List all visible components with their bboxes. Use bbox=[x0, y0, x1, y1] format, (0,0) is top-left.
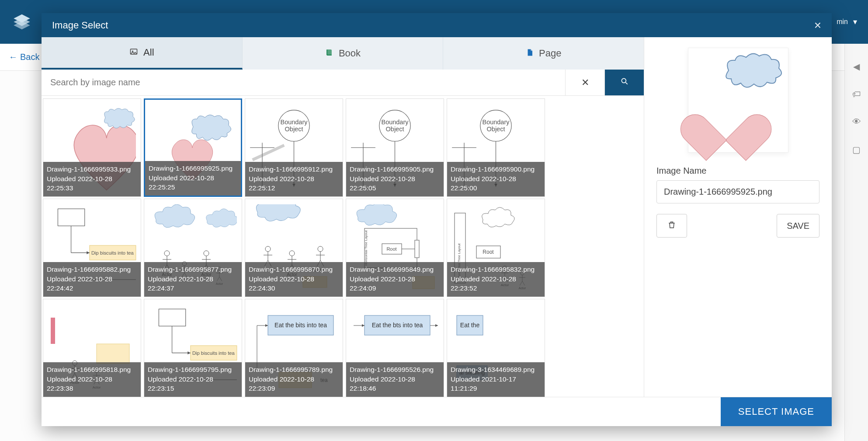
delete-button[interactable] bbox=[656, 214, 687, 238]
image-thumbnail[interactable]: Eat theal stealingDrawing-3-1634469689.p… bbox=[447, 299, 545, 397]
thumbnail-caption: Drawing-1-1666995905.pngUploaded 2022-10… bbox=[346, 162, 444, 196]
thumbnail-caption: Drawing-1-1666995795.pngUploaded 2022-10… bbox=[144, 362, 242, 397]
right-toolstrip: ◀ 🏷 👁 ▢ bbox=[844, 44, 868, 441]
thumbnail-filename: Drawing-1-1666995832.png bbox=[451, 265, 541, 274]
thumbnail-uploaded: Uploaded 2022-10-28 22:18:46 bbox=[350, 374, 440, 393]
thumbnail-filename: Drawing-1-1666995905.png bbox=[350, 164, 440, 174]
svg-text:Horizontal Tree Layout: Horizontal Tree Layout bbox=[364, 230, 368, 265]
thumbnail-uploaded: Uploaded 2022-10-28 22:23:38 bbox=[47, 374, 137, 393]
image-thumbnail[interactable]: Drawing-1-1666995925.pngUploaded 2022-10… bbox=[144, 98, 242, 197]
thumbnail-caption: Drawing-3-1634469689.pngUploaded 2021-10… bbox=[447, 362, 545, 397]
thumbnail-uploaded: Uploaded 2022-10-28 22:23:52 bbox=[451, 274, 541, 293]
thumbnail-uploaded: Uploaded 2022-10-28 22:24:30 bbox=[249, 274, 339, 293]
svg-rect-100 bbox=[97, 344, 129, 364]
image-thumbnail[interactable]: Horizontal Tree LayoutRootDrawing-1-1666… bbox=[346, 199, 444, 297]
thumbnail-uploaded: Uploaded 2022-10-28 22:25:33 bbox=[47, 174, 137, 193]
tab-page[interactable]: Page bbox=[443, 37, 644, 70]
tab-label: Page bbox=[539, 48, 561, 59]
details-panel: Image Name SAVE bbox=[644, 37, 832, 397]
thumbnail-caption: Drawing-1-1666995870.pngUploaded 2022-10… bbox=[245, 262, 343, 297]
thumbnail-caption: Drawing-1-1666995925.pngUploaded 2022-10… bbox=[145, 161, 241, 196]
svg-rect-99 bbox=[51, 318, 55, 344]
save-button[interactable]: SAVE bbox=[777, 214, 819, 238]
svg-rect-5 bbox=[327, 49, 332, 55]
search-input[interactable] bbox=[42, 70, 565, 95]
thumbnail-filename: Drawing-3-1634469689.png bbox=[451, 365, 541, 374]
thumbnail-caption: Drawing-1-1666995882.pngUploaded 2022-10… bbox=[43, 262, 141, 297]
image-thumbnail[interactable]: Horizontal Tree LayoutRootActorActorDraw… bbox=[447, 199, 545, 297]
image-thumbnail[interactable]: BoundaryObjectDrawing-1-1666995912.pngUp… bbox=[245, 98, 343, 197]
search-row: ✕ bbox=[42, 70, 644, 96]
close-icon[interactable]: × bbox=[814, 19, 821, 32]
close-icon: ✕ bbox=[581, 77, 589, 88]
svg-point-63 bbox=[289, 251, 295, 256]
image-thumbnail[interactable]: Eat the bits into teateaDrawing-1-166699… bbox=[245, 299, 343, 397]
tab-label: All bbox=[143, 47, 154, 58]
select-image-button[interactable]: SELECT IMAGE bbox=[721, 397, 832, 426]
image-thumbnail[interactable]: Eat the bts into teaDrawing-1-1666995526… bbox=[346, 299, 444, 397]
image-thumbnail[interactable]: ActorActorActorActorDrawing-1-1666995877… bbox=[144, 199, 242, 297]
thumbnail-uploaded: Uploaded 2022-10-28 22:24:09 bbox=[350, 274, 440, 293]
image-thumbnail[interactable]: ActorActorDrawing-1-1666995818.pngUpload… bbox=[43, 299, 141, 397]
chevron-left-icon[interactable]: ◀ bbox=[853, 61, 860, 72]
image-thumbnail[interactable]: Dip biscuits into teaDrawing-1-166699588… bbox=[43, 199, 141, 297]
image-name-field[interactable] bbox=[656, 180, 819, 203]
images-icon bbox=[129, 47, 138, 58]
thumbnail-filename: Drawing-1-1666995870.png bbox=[249, 265, 339, 274]
arrow-left-icon: ← bbox=[9, 52, 17, 62]
image-thumbnail[interactable]: BoundaryObjectDrawing-1-1666995905.pngUp… bbox=[346, 98, 444, 197]
image-thumbnail[interactable]: ActorActorActorDrawing-1-1666995870.pngU… bbox=[245, 199, 343, 297]
thumbnail-uploaded: Uploaded 2022-10-28 22:24:42 bbox=[47, 274, 137, 293]
svg-text:Object: Object bbox=[285, 126, 303, 133]
thumbnail-uploaded: Uploaded 2022-10-28 22:24:37 bbox=[148, 274, 238, 293]
svg-rect-113 bbox=[159, 309, 185, 326]
svg-point-57 bbox=[265, 246, 271, 252]
svg-text:Boundary: Boundary bbox=[280, 119, 308, 126]
clear-search-button[interactable]: ✕ bbox=[565, 70, 604, 95]
tag-icon[interactable]: 🏷 bbox=[852, 89, 861, 99]
thumbnail-uploaded: Uploaded 2022-10-28 22:25:25 bbox=[149, 173, 237, 192]
tab-book[interactable]: Book bbox=[243, 37, 444, 70]
eye-icon[interactable]: 👁 bbox=[852, 117, 861, 127]
thumbnail-caption: Drawing-1-1666995877.pngUploaded 2022-10… bbox=[144, 262, 242, 297]
thumbnail-filename: Drawing-1-1666995925.png bbox=[149, 164, 237, 173]
back-link[interactable]: ← Back bbox=[9, 52, 39, 62]
trash-icon bbox=[667, 220, 676, 232]
thumbnail-uploaded: Uploaded 2022-10-28 22:23:15 bbox=[148, 374, 238, 393]
svg-text:Boundary: Boundary bbox=[381, 119, 409, 126]
thumbnail-caption: Drawing-1-1666995849.pngUploaded 2022-10… bbox=[346, 262, 444, 297]
svg-point-69 bbox=[318, 246, 323, 252]
svg-text:Boundary: Boundary bbox=[482, 119, 510, 126]
back-link-label: Back bbox=[20, 52, 39, 62]
thumbnail-filename: Drawing-1-1666995882.png bbox=[47, 265, 137, 274]
thumbnail-uploaded: Uploaded 2022-10-28 22:23:09 bbox=[249, 374, 339, 393]
svg-text:Dip biscuits into tea: Dip biscuits into tea bbox=[91, 250, 134, 256]
svg-text:Eat the bts into tea: Eat the bts into tea bbox=[372, 322, 423, 329]
thumbnail-filename: Drawing-1-1666995849.png bbox=[350, 265, 440, 274]
image-thumbnail[interactable]: Dip biscuits into teaDrawing-1-166699579… bbox=[144, 299, 242, 397]
svg-text:Object: Object bbox=[487, 126, 505, 133]
thumbnail-filename: Drawing-1-1666995795.png bbox=[148, 365, 238, 374]
svg-text:Object: Object bbox=[386, 126, 404, 133]
panel-icon[interactable]: ▢ bbox=[852, 144, 861, 155]
thumbnail-filename: Drawing-1-1666995933.png bbox=[47, 164, 137, 174]
thumbnail-filename: Drawing-1-1666995900.png bbox=[451, 164, 541, 174]
book-icon bbox=[325, 48, 333, 59]
thumbnail-uploaded: Uploaded 2021-10-17 11:21:29 bbox=[451, 374, 541, 393]
user-menu-label[interactable]: min bbox=[837, 18, 848, 26]
tab-label: Book bbox=[339, 48, 361, 59]
svg-text:Eat the bits into tea: Eat the bits into tea bbox=[274, 322, 327, 329]
tab-all[interactable]: All bbox=[42, 37, 243, 70]
thumbnail-uploaded: Uploaded 2022-10-28 22:25:00 bbox=[451, 174, 541, 193]
image-thumbnail[interactable]: Drawing-1-1666995933.pngUploaded 2022-10… bbox=[43, 98, 141, 197]
image-preview bbox=[688, 48, 788, 153]
caret-down-icon[interactable]: ▾ bbox=[853, 17, 857, 27]
page-icon bbox=[526, 48, 534, 59]
thumbnail-caption: Drawing-1-1666995789.pngUploaded 2022-10… bbox=[245, 362, 343, 397]
svg-text:Root: Root bbox=[483, 249, 494, 255]
svg-rect-27 bbox=[58, 209, 84, 226]
image-thumbnail[interactable]: BoundaryObjectDrawing-1-1666995900.pngUp… bbox=[447, 98, 545, 197]
search-button[interactable] bbox=[604, 70, 644, 95]
svg-rect-81 bbox=[415, 240, 419, 258]
thumbnail-uploaded: Uploaded 2022-10-28 22:25:12 bbox=[249, 174, 339, 193]
